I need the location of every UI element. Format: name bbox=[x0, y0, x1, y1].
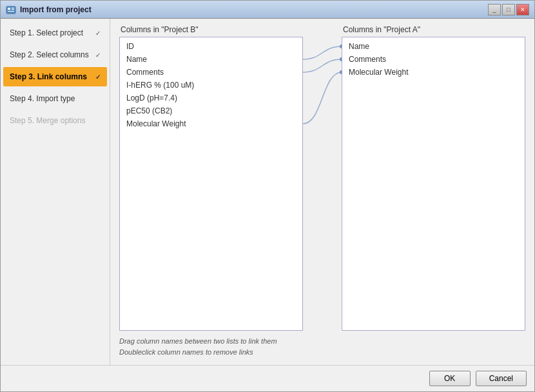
left-panel-title: Columns in "Project B" bbox=[119, 25, 303, 34]
svg-rect-4 bbox=[8, 11, 14, 12]
ok-button[interactable]: OK bbox=[429, 371, 471, 386]
sidebar-item-step3[interactable]: Step 3. Link columns✓ bbox=[3, 67, 107, 86]
title-bar-buttons: _ □ ✕ bbox=[488, 4, 529, 15]
sidebar-item-label: Step 3. Link columns bbox=[10, 72, 87, 81]
window-title: Import from project bbox=[20, 5, 92, 14]
title-bar: Import from project _ □ ✕ bbox=[1, 1, 534, 19]
svg-rect-0 bbox=[6, 6, 15, 14]
sidebar-item-label: Step 5. Merge options bbox=[10, 116, 85, 125]
sidebar-item-label: Step 1. Select project bbox=[10, 28, 83, 37]
left-list-item[interactable]: Molecular Weight bbox=[120, 117, 302, 130]
svg-rect-3 bbox=[12, 9, 14, 10]
minimize-button[interactable]: _ bbox=[488, 4, 501, 15]
content-area: Step 1. Select project✓Step 2. Select co… bbox=[1, 19, 534, 365]
left-list-item[interactable]: pEC50 (CB2) bbox=[120, 104, 302, 117]
link-area bbox=[303, 25, 342, 331]
sidebar-item-step5: Step 5. Merge options bbox=[3, 111, 107, 130]
svg-point-5 bbox=[340, 44, 342, 48]
window-icon bbox=[6, 5, 16, 15]
sidebar-item-step4[interactable]: Step 4. Import type bbox=[3, 89, 107, 108]
left-list-item[interactable]: Name bbox=[120, 53, 302, 66]
left-list-item[interactable]: LogD (pH=7.4) bbox=[120, 92, 302, 104]
left-list-item[interactable]: Comments bbox=[120, 66, 302, 79]
svg-rect-1 bbox=[8, 8, 10, 10]
main-window: Import from project _ □ ✕ Step 1. Select… bbox=[0, 0, 535, 392]
sidebar-item-step2[interactable]: Step 2. Select columns✓ bbox=[3, 45, 107, 64]
svg-point-7 bbox=[340, 70, 342, 74]
left-list-item[interactable]: ID bbox=[120, 40, 302, 53]
sidebar: Step 1. Select project✓Step 2. Select co… bbox=[1, 19, 110, 365]
title-bar-left: Import from project bbox=[6, 5, 92, 15]
links-svg bbox=[303, 25, 342, 331]
maximize-button[interactable]: □ bbox=[502, 4, 515, 15]
right-list-item[interactable]: Name bbox=[342, 40, 525, 53]
bottom-bar: OK Cancel bbox=[1, 365, 534, 391]
left-list-item[interactable]: I-hERG % (100 uM) bbox=[120, 79, 302, 92]
close-button[interactable]: ✕ bbox=[516, 4, 529, 15]
cancel-button[interactable]: Cancel bbox=[476, 371, 527, 386]
hint-text: Doubleclick column names to remove links bbox=[119, 347, 525, 358]
svg-point-6 bbox=[340, 57, 342, 61]
check-icon: ✓ bbox=[95, 30, 101, 37]
right-column-list[interactable]: NameCommentsMolecular Weight bbox=[342, 37, 525, 331]
hint-text: Drag column names between two lists to l… bbox=[119, 336, 525, 348]
main-area: Columns in "Project B" IDNameCommentsI-h… bbox=[110, 19, 534, 365]
check-icon: ✓ bbox=[95, 74, 101, 81]
sidebar-item-label: Step 2. Select columns bbox=[10, 50, 89, 59]
right-list-item[interactable]: Comments bbox=[342, 53, 525, 66]
right-panel-title: Columns in "Project A" bbox=[342, 25, 525, 34]
sidebar-item-label: Step 4. Import type bbox=[10, 94, 75, 103]
right-list-item[interactable]: Molecular Weight bbox=[342, 66, 525, 79]
columns-area: Columns in "Project B" IDNameCommentsI-h… bbox=[119, 25, 525, 331]
left-column-panel: Columns in "Project B" IDNameCommentsI-h… bbox=[119, 25, 303, 331]
hints-area: Drag column names between two lists to l… bbox=[119, 336, 525, 358]
svg-rect-2 bbox=[12, 8, 14, 8]
check-icon: ✓ bbox=[95, 52, 101, 59]
left-column-list[interactable]: IDNameCommentsI-hERG % (100 uM)LogD (pH=… bbox=[119, 37, 303, 331]
right-column-panel: Columns in "Project A" NameCommentsMolec… bbox=[342, 25, 525, 331]
sidebar-item-step1[interactable]: Step 1. Select project✓ bbox=[3, 23, 107, 43]
